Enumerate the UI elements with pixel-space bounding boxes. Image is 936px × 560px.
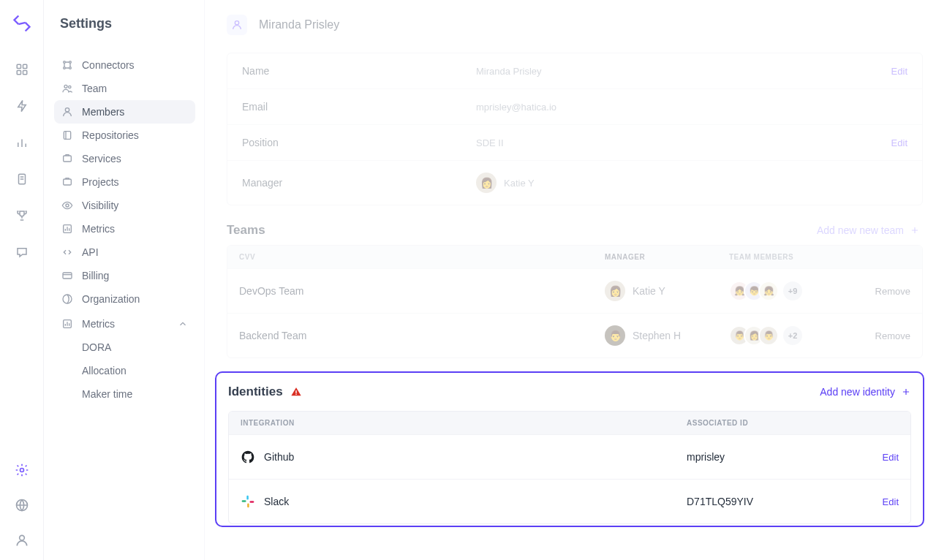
logo-icon[interactable] (12, 13, 32, 34)
sidebar-child-allocation[interactable]: Allocation (54, 359, 195, 382)
identities-section: Identities Add new identity INTEGRATION … (215, 371, 924, 527)
svg-point-8 (64, 61, 66, 64)
team-name: Backend Team (239, 330, 605, 341)
user-icon[interactable] (14, 532, 30, 548)
teams-title: Teams (227, 223, 265, 238)
sidebar-item-members[interactable]: Members (54, 100, 195, 124)
bolt-icon[interactable] (14, 98, 30, 114)
svg-point-12 (64, 85, 67, 88)
sidebar-item-api[interactable]: API (54, 241, 195, 264)
row-position: Position SDE II Edit (227, 125, 922, 161)
svg-rect-0 (17, 64, 20, 68)
trophy-icon[interactable] (14, 208, 30, 224)
sidebar-title: Settings (54, 16, 195, 31)
plus-icon (901, 387, 911, 397)
billing-icon (61, 270, 73, 281)
projects-icon (61, 176, 73, 188)
visibility-icon (61, 200, 73, 211)
svg-point-14 (65, 108, 69, 112)
add-team-link[interactable]: Add new new team (817, 224, 920, 236)
sidebar-item-repositories[interactable]: Repositories (54, 124, 195, 147)
svg-point-9 (69, 61, 72, 64)
sidebar-item-metrics[interactable]: Metrics (54, 217, 195, 241)
sidebar-item-billing[interactable]: Billing (54, 264, 195, 287)
svg-rect-17 (64, 179, 72, 185)
associd-cell: D71TLQ59YIV (687, 496, 883, 507)
identities-title: Identities (228, 385, 302, 399)
svg-rect-29 (250, 501, 254, 503)
chat-icon[interactable] (14, 244, 30, 260)
sidebar-label: Organization (82, 293, 140, 305)
add-identity-link[interactable]: Add new identity (820, 386, 911, 398)
profile-name: Miranda Prisley (259, 18, 339, 31)
grid-icon[interactable] (14, 61, 30, 77)
svg-rect-2 (17, 71, 20, 75)
sidebar-child-dora[interactable]: DORA (54, 336, 195, 359)
team-members: 👨 👩 👨 +2 (729, 325, 853, 346)
team-icon (61, 83, 73, 94)
sidebar-item-visibility[interactable]: Visibility (54, 194, 195, 217)
teams-header: Teams Add new new team (224, 223, 923, 238)
team-members: 👧 👦 👧 +9 (729, 281, 853, 301)
svg-rect-3 (23, 71, 26, 75)
team-manager: 👩 Katie Y (605, 281, 729, 301)
sidebar-item-connectors[interactable]: Connectors (54, 53, 195, 77)
edit-name-link[interactable]: Edit (891, 66, 907, 77)
metrics-group-icon (61, 318, 73, 330)
remove-team-link[interactable]: Remove (853, 330, 910, 341)
slack-icon (241, 494, 255, 509)
field-label: Position (242, 137, 476, 148)
sidebar-item-projects[interactable]: Projects (54, 170, 195, 194)
teams-table: CVV MANAGER TEAM MEMBERS DevOps Team 👩 K… (227, 245, 923, 358)
sidebar-label: Repositories (82, 129, 139, 141)
sidebar-item-organization[interactable]: Organization (54, 287, 195, 311)
svg-point-10 (64, 67, 66, 69)
members-icon (61, 106, 73, 118)
plus-icon (910, 225, 920, 235)
th-manager: MANAGER (605, 253, 729, 261)
sidebar-group-label: Metrics (82, 318, 115, 330)
field-value: Miranda Prisley (476, 66, 891, 77)
gear-icon[interactable] (14, 462, 30, 478)
manager-avatar: 👩 (476, 173, 497, 193)
edit-identity-link[interactable]: Edit (883, 452, 899, 463)
svg-rect-24 (295, 390, 296, 393)
edit-identity-link[interactable]: Edit (883, 496, 899, 507)
svg-point-13 (69, 86, 71, 88)
chart-icon[interactable] (14, 135, 30, 151)
document-icon[interactable] (14, 171, 30, 187)
identities-thead: INTEGRATION ASSOCIATED ID (229, 412, 910, 434)
connectors-icon (61, 59, 73, 71)
sidebar-item-team[interactable]: Team (54, 77, 195, 100)
profile-avatar-icon (227, 15, 247, 35)
sidebar-label: Visibility (82, 200, 118, 211)
sidebar-item-services[interactable]: Services (54, 147, 195, 170)
sidebar-label: Billing (82, 270, 109, 281)
avatar: 👨 (758, 325, 779, 346)
th-integration: INTEGRATION (241, 419, 687, 427)
integration-cell: Slack (241, 494, 687, 509)
edit-position-link[interactable]: Edit (891, 137, 907, 148)
row-email: Email mprisley@hatica.io (227, 89, 922, 125)
remove-team-link[interactable]: Remove (853, 286, 910, 297)
team-row: Backend Team 👨 Stephen H 👨 👩 👨 +2 Remove (227, 313, 922, 357)
icon-rail (0, 0, 44, 560)
sidebar-group-metrics[interactable]: Metrics (54, 312, 195, 336)
repo-icon (61, 129, 73, 141)
sidebar-label: Connectors (82, 59, 135, 71)
sidebar-label: Metrics (82, 223, 115, 235)
identity-row: Slack D71TLQ59YIV Edit (229, 479, 910, 523)
integration-cell: Github (241, 450, 687, 464)
profile-header: Miranda Prisley (224, 15, 923, 35)
team-name: DevOps Team (239, 285, 605, 297)
field-label: Manager (242, 177, 476, 189)
team-manager: 👨 Stephen H (605, 325, 729, 346)
identities-header: Identities Add new identity (228, 385, 911, 404)
globe-icon[interactable] (14, 497, 30, 513)
sidebar-child-makertime[interactable]: Maker time (54, 382, 195, 406)
svg-rect-26 (246, 496, 249, 500)
svg-point-18 (66, 204, 69, 207)
field-label: Email (242, 101, 476, 113)
svg-rect-28 (247, 504, 249, 508)
field-value: SDE II (476, 137, 891, 148)
